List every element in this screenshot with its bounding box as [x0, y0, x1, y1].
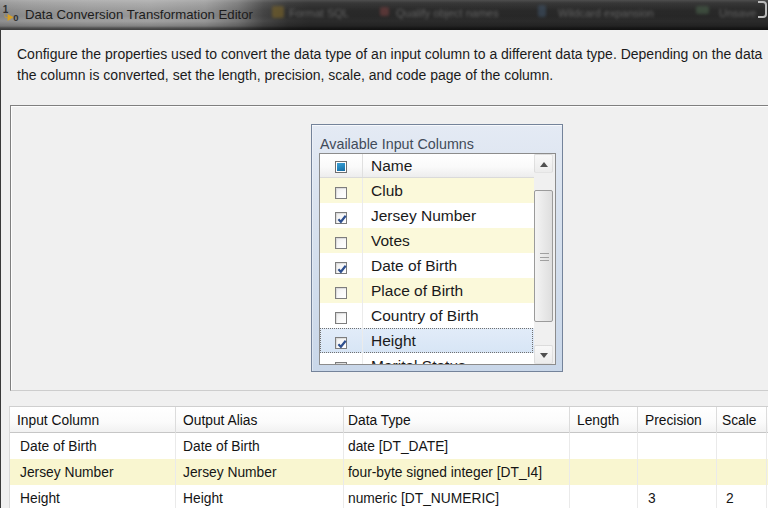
svg-text:0: 0 — [13, 12, 18, 23]
svg-text:1: 1 — [3, 4, 9, 15]
